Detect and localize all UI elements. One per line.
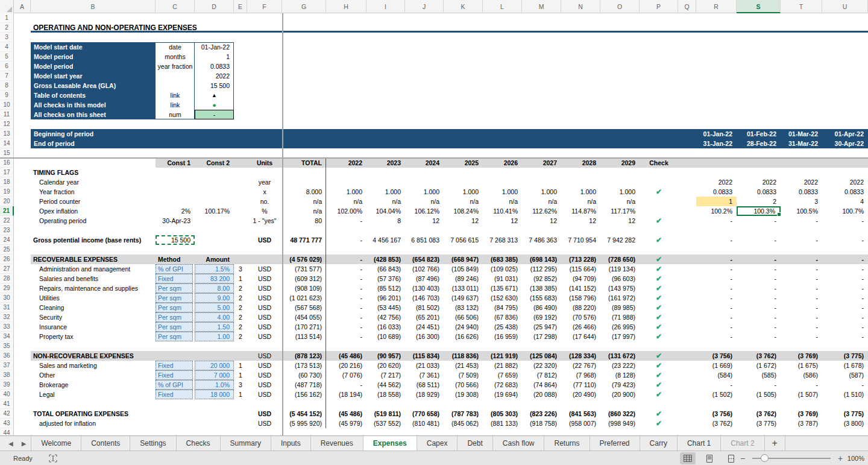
page-layout-view-button[interactable]	[702, 452, 717, 464]
cell-T37[interactable]: (1 675)	[781, 361, 822, 370]
cell-R14[interactable]: 31-Jan-22	[696, 139, 737, 148]
cell-H31[interactable]: -	[326, 303, 366, 312]
cell-K33[interactable]: (24 940)	[444, 322, 483, 332]
cell-I21[interactable]: 104.04%	[366, 206, 405, 216]
cell-U33[interactable]: -	[822, 322, 868, 332]
cell-C22[interactable]: 30-Apr-23	[156, 216, 195, 226]
cell-S31[interactable]: -	[737, 303, 781, 312]
cell-E31[interactable]: 2	[234, 303, 247, 312]
column-header-M[interactable]: M	[522, 0, 561, 13]
cell-L26[interactable]: (683 385)	[483, 255, 522, 264]
cell-O32[interactable]: (71 988)	[600, 312, 640, 322]
cell-B13[interactable]: Beginning of period	[31, 129, 156, 139]
cell-H24[interactable]: -	[326, 235, 366, 245]
cell-G33[interactable]: (170 271)	[282, 322, 326, 332]
cell-S43[interactable]: (3 775)	[737, 419, 781, 428]
cell-M42[interactable]: (823 226)	[522, 409, 561, 419]
cell-T29[interactable]: -	[781, 283, 822, 293]
cell-P36-check-icon[interactable]: ✔	[640, 351, 678, 361]
cell-K38[interactable]: (7 509)	[444, 370, 483, 380]
row-header-36[interactable]: 36	[0, 351, 14, 361]
cell-C39[interactable]: % of GPI	[156, 380, 193, 390]
cell-B22[interactable]: Operating period	[31, 216, 156, 226]
cell-O38[interactable]: (8 128)	[600, 370, 640, 380]
row-header-39[interactable]: 39	[0, 380, 14, 390]
cell-O28[interactable]: (96 603)	[600, 274, 640, 283]
cell-G32[interactable]: (454 055)	[282, 312, 326, 322]
cell-F21[interactable]: %	[247, 206, 282, 216]
cell-G30[interactable]: (1 021 623)	[282, 293, 326, 303]
cell-O37[interactable]: (23 222)	[600, 361, 640, 370]
cell-D34[interactable]: 1.00	[195, 332, 234, 341]
tab-chart-1[interactable]: Chart 1	[678, 436, 721, 451]
cell-B21[interactable]: Opex inflation	[31, 206, 156, 216]
cell-K29[interactable]: (133 011)	[444, 283, 483, 293]
tab-debt[interactable]: Debt	[458, 436, 492, 451]
row-header-24[interactable]: 24	[0, 235, 14, 245]
cell-H28[interactable]: -	[326, 274, 366, 283]
cell-P31-check-icon[interactable]: ✔	[640, 303, 678, 312]
cell-H34[interactable]: -	[326, 332, 366, 341]
cell-B6[interactable]: Model period	[31, 62, 156, 71]
tab-carry[interactable]: Carry	[640, 436, 678, 451]
cell-S13[interactable]: 01-Feb-22	[737, 129, 781, 139]
cell-B31[interactable]: Cleaning	[31, 303, 156, 312]
cell-P26-check-icon[interactable]: ✔	[640, 255, 678, 264]
column-header-T[interactable]: T	[781, 0, 822, 13]
cell-N20[interactable]: n/a	[561, 197, 600, 206]
cell-T33[interactable]: -	[781, 322, 822, 332]
cell-K39[interactable]: (70 566)	[444, 380, 483, 390]
cell-I16[interactable]: 2023	[366, 158, 405, 168]
cell-S18[interactable]: 2022	[737, 177, 781, 187]
cell-D31[interactable]: 5.00	[195, 303, 234, 312]
cell-B5[interactable]: Model period	[31, 52, 156, 62]
cell-L37[interactable]: (21 882)	[483, 361, 522, 370]
cell-F31[interactable]: USD	[247, 303, 282, 312]
row-header-10[interactable]: 10	[0, 100, 14, 110]
cell-M24[interactable]: 7 486 363	[522, 235, 561, 245]
cell-C11[interactable]: num	[156, 110, 195, 119]
cell-E34[interactable]: 2	[234, 332, 247, 341]
row-header-25[interactable]: 25	[0, 245, 14, 255]
cell-M21[interactable]: 112.62%	[522, 206, 561, 216]
cell-O19[interactable]: 1.000	[600, 187, 640, 197]
cell-O30[interactable]: (161 972)	[600, 293, 640, 303]
cell-U24[interactable]: -	[822, 235, 868, 245]
cell-L40[interactable]: (19 694)	[483, 390, 522, 399]
cell-D27[interactable]: 1.5%	[195, 264, 234, 274]
cell-R36[interactable]: (3 756)	[696, 351, 737, 361]
cell-F33[interactable]: USD	[247, 322, 282, 332]
cell-J36[interactable]: (115 834)	[405, 351, 444, 361]
zoom-slider[interactable]	[752, 458, 831, 459]
cell-U22[interactable]: -	[822, 216, 868, 226]
cell-D10[interactable]: ●	[195, 100, 234, 110]
cell-O21[interactable]: 117.17%	[600, 206, 640, 216]
cell-I24[interactable]: 4 456 167	[366, 235, 405, 245]
cell-T30[interactable]: -	[781, 293, 822, 303]
cell-T40[interactable]: (1 507)	[781, 390, 822, 399]
cell-O42[interactable]: (860 322)	[600, 409, 640, 419]
cell-U38[interactable]: (587)	[822, 370, 868, 380]
cell-D33[interactable]: 1.50	[195, 322, 234, 332]
cell-J16[interactable]: 2024	[405, 158, 444, 168]
zoom-slider-thumb[interactable]	[761, 454, 769, 462]
cell-H30[interactable]: -	[326, 293, 366, 303]
cell-N16[interactable]: 2028	[561, 158, 600, 168]
column-header-Q[interactable]: Q	[678, 0, 696, 13]
cell-G26[interactable]: (4 576 029)	[282, 255, 326, 264]
cell-T26[interactable]: -	[781, 255, 822, 264]
cell-T18[interactable]: 2022	[781, 177, 822, 187]
cell-J37[interactable]: (21 033)	[405, 361, 444, 370]
cell-G24[interactable]: 48 771 777	[282, 235, 326, 245]
row-header-6[interactable]: 6	[0, 62, 14, 71]
cell-N36[interactable]: (128 334)	[561, 351, 600, 361]
row-header-4[interactable]: 4	[0, 42, 14, 52]
cell-I42[interactable]: (519 811)	[366, 409, 405, 419]
cell-B33[interactable]: Insurance	[31, 322, 156, 332]
cell-B8[interactable]: Gross Leasable Area (GLA)	[31, 81, 156, 90]
cell-F29[interactable]: USD	[247, 283, 282, 293]
cell-R24[interactable]: -	[696, 235, 737, 245]
cell-D39[interactable]: 1.0%	[195, 380, 234, 390]
cell-E28[interactable]: 1	[234, 274, 247, 283]
cell-F22[interactable]: 1 - "yes"	[247, 216, 282, 226]
